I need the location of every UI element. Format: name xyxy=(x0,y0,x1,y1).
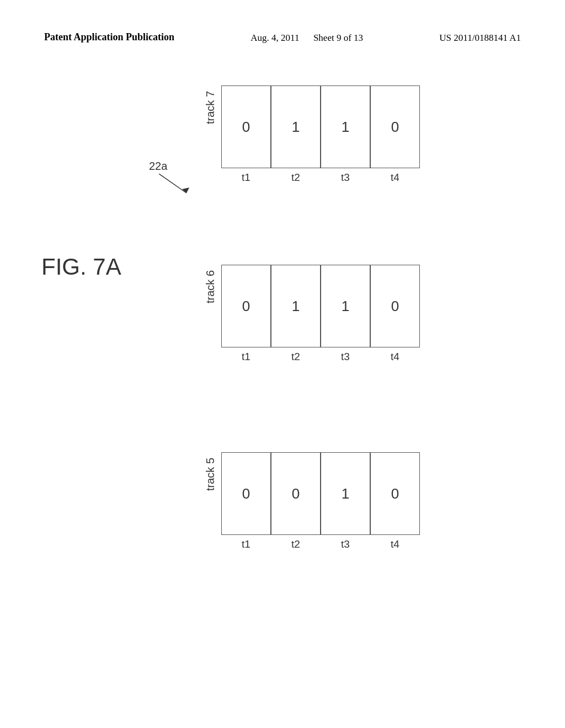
track7-t1-label: t1 xyxy=(221,172,271,184)
arrow-22a-icon xyxy=(159,174,203,201)
track6-time-labels: t1 t2 t3 t4 xyxy=(221,351,420,363)
header-date-sheet: Aug. 4, 2011 Sheet 9 of 13 xyxy=(250,30,363,45)
track7-diagram: track 7 0 1 1 0 t1 t2 t3 t4 xyxy=(204,85,420,184)
track5-cells: 0 0 1 0 xyxy=(221,452,420,535)
track7-t2-label: t2 xyxy=(271,172,321,184)
track7-cell-t1: 0 xyxy=(221,85,271,168)
header-patent-number: US 2011/0188141 A1 xyxy=(439,30,521,45)
track6-cell-t4: 0 xyxy=(370,265,420,347)
track7-cell-t2: 1 xyxy=(271,85,321,168)
header: Patent Application Publication Aug. 4, 2… xyxy=(0,30,565,45)
svg-line-0 xyxy=(159,174,186,193)
track6-t2-label: t2 xyxy=(271,351,321,363)
track7-cell-t4: 0 xyxy=(370,85,420,168)
track5-time-labels: t1 t2 t3 t4 xyxy=(221,538,420,550)
track6-label: track 6 xyxy=(204,265,217,353)
track5-cell-t4: 0 xyxy=(370,452,420,535)
track6-diagram: track 6 0 1 1 0 t1 t2 t3 t4 xyxy=(204,265,420,363)
track7-label: track 7 xyxy=(204,85,217,174)
track5-t4-label: t4 xyxy=(370,538,420,550)
track5-cell-t1: 0 xyxy=(221,452,271,535)
track7-t4-label: t4 xyxy=(370,172,420,184)
label-22a: 22a xyxy=(149,160,167,173)
track6-grid: 0 1 1 0 t1 t2 t3 t4 xyxy=(221,265,420,363)
track5-grid: 0 0 1 0 t1 t2 t3 t4 xyxy=(221,452,420,550)
track5-diagram: track 5 0 0 1 0 t1 t2 t3 t4 xyxy=(204,452,420,550)
track6-cell-t2: 1 xyxy=(271,265,321,347)
track7-t3-label: t3 xyxy=(321,172,370,184)
figure-label: FIG. 7A xyxy=(41,254,121,280)
track6-cells: 0 1 1 0 xyxy=(221,265,420,347)
track5-label: track 5 xyxy=(204,452,217,540)
track5-t1-label: t1 xyxy=(221,538,271,550)
track5-t2-label: t2 xyxy=(271,538,321,550)
track7-cells: 0 1 1 0 xyxy=(221,85,420,168)
track7-grid: 0 1 1 0 t1 t2 t3 t4 xyxy=(221,85,420,184)
track5-cell-t2: 0 xyxy=(271,452,321,535)
header-title: Patent Application Publication xyxy=(44,30,174,44)
track6-cell-t1: 0 xyxy=(221,265,271,347)
track7-cell-t3: 1 xyxy=(321,85,370,168)
track5-cell-t3: 1 xyxy=(321,452,370,535)
track6-t1-label: t1 xyxy=(221,351,271,363)
track6-t3-label: t3 xyxy=(321,351,370,363)
track6-cell-t3: 1 xyxy=(321,265,370,347)
track6-t4-label: t4 xyxy=(370,351,420,363)
track7-time-labels: t1 t2 t3 t4 xyxy=(221,172,420,184)
track5-t3-label: t3 xyxy=(321,538,370,550)
